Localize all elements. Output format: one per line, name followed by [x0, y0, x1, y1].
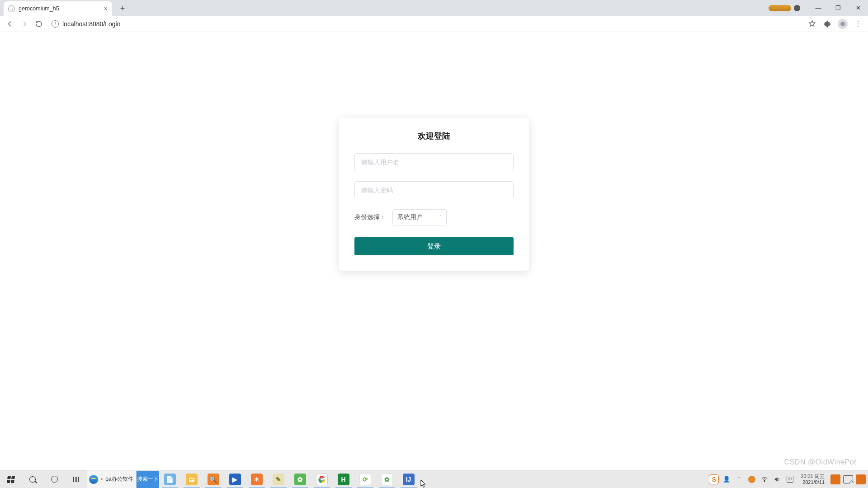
nav-back-button[interactable]	[4, 18, 16, 30]
ie-search-bar[interactable]: • oa办公软件	[87, 470, 137, 488]
tray-wifi-icon[interactable]	[759, 470, 770, 488]
url-text: localhost:8080/Login	[62, 20, 120, 28]
cortana-icon	[51, 476, 58, 483]
taskview-button[interactable]	[65, 470, 87, 488]
nav-forward-button[interactable]	[18, 18, 31, 30]
tray-ime-icon[interactable]: 中	[784, 470, 795, 488]
taskbar-app-everything[interactable]: 🔍	[203, 470, 224, 488]
nav-reload-button[interactable]	[33, 18, 45, 30]
role-select[interactable]: 系统用户 ˅	[392, 209, 447, 225]
clock-time: 20:31	[801, 474, 813, 479]
browser-window: gerocomium_h5 × + — ❐ ✕ i localhost:8080…	[0, 0, 868, 488]
tab-close-icon[interactable]: ×	[104, 5, 108, 12]
login-button[interactable]: 登录	[354, 237, 514, 255]
role-label: 身份选择：	[354, 213, 386, 221]
browser-tab[interactable]: gerocomium_h5 ×	[4, 1, 112, 16]
taskbar-app-wechat2[interactable]: ✿	[376, 470, 398, 488]
site-info-icon[interactable]: i	[52, 20, 59, 28]
taskbar-app-editor[interactable]: ✎	[268, 470, 289, 488]
taskbar-app-wechat1[interactable]: ✿	[289, 470, 311, 488]
search-icon	[29, 476, 36, 483]
tray-chevron-up-icon[interactable]: ˄	[734, 470, 745, 488]
taskbar-app-xshell[interactable]: ✶	[246, 470, 268, 488]
login-title: 欢迎登陆	[354, 131, 514, 141]
watermark-text: CSDN @OldWinePot	[784, 458, 856, 466]
cortana-button[interactable]	[43, 470, 65, 488]
taskbar-app-hbuilder[interactable]: H	[333, 470, 354, 488]
page-viewport: 欢迎登陆 身份选择： 系统用户 ˅ 登录 CSDN @OldWinePot	[0, 32, 868, 470]
tab-title: gerocomium_h5	[19, 5, 59, 12]
tray-orange-icon[interactable]	[746, 470, 757, 488]
tray-volume-icon[interactable]	[772, 470, 783, 488]
ie-logo-icon	[89, 475, 98, 484]
taskbar-tray: S 👤 ˄ 中 20:31 周三 2021/8/11	[708, 470, 868, 488]
svg-point-2	[321, 478, 323, 480]
ie-search-button[interactable]: 搜索一下	[137, 471, 159, 488]
bookmark-star-icon[interactable]	[806, 18, 818, 30]
window-maximize-button[interactable]: ❐	[828, 0, 848, 16]
role-row: 身份选择： 系统用户 ˅	[354, 209, 514, 225]
taskbar-app-chrome[interactable]	[311, 470, 333, 488]
address-bar: i localhost:8080/Login ⋮	[0, 16, 868, 32]
browser-menu-icon[interactable]: ⋮	[852, 18, 864, 30]
window-close-button[interactable]: ✕	[848, 0, 868, 16]
taskbar-clock[interactable]: 20:31 周三 2021/8/11	[797, 474, 828, 485]
window-minimize-button[interactable]: —	[808, 0, 828, 16]
taskbar-apps: 📄 🗂 🔍 ▶ ✶ ✎ ✿ H ⟳ ✿ IJ	[159, 470, 420, 488]
window-controls: — ❐ ✕	[769, 0, 868, 16]
role-select-value: 系统用户	[397, 213, 423, 221]
new-tab-button[interactable]: +	[117, 3, 128, 14]
taskbar-app-todesk[interactable]: ▶	[224, 470, 246, 488]
extensions-icon[interactable]	[821, 18, 834, 30]
taskbar-app-explorer[interactable]: 🗂	[181, 470, 203, 488]
favicon-icon	[8, 5, 15, 12]
clock-date: 2021/8/11	[801, 479, 825, 485]
password-input[interactable]	[354, 181, 514, 199]
login-card: 欢迎登陆 身份选择： 系统用户 ˅ 登录	[339, 118, 529, 271]
ie-search-text: oa办公软件	[105, 475, 133, 483]
tray-people-icon[interactable]: 👤	[721, 470, 732, 488]
tray-box2-icon[interactable]	[855, 470, 866, 488]
tab-strip: gerocomium_h5 × + — ❐ ✕	[0, 0, 868, 16]
tray-sogou-icon[interactable]: S	[708, 470, 719, 488]
username-input[interactable]	[354, 153, 514, 171]
taskbar-search-button[interactable]	[22, 470, 43, 488]
taskbar-app-notepad[interactable]: 📄	[159, 470, 181, 488]
taskview-icon	[73, 477, 79, 482]
extension-pill[interactable]	[769, 5, 791, 11]
chevron-down-icon: ˅	[439, 214, 442, 221]
ie-separator: •	[101, 476, 103, 483]
profile-avatar[interactable]	[836, 18, 849, 30]
url-box[interactable]: i localhost:8080/Login	[47, 18, 800, 30]
extension-dot-icon[interactable]	[794, 5, 800, 11]
tray-box1-icon[interactable]	[830, 470, 841, 488]
tray-notifications-icon[interactable]	[843, 470, 854, 488]
svg-point-3	[764, 481, 765, 482]
start-button[interactable]	[0, 470, 22, 488]
taskbar-app-spring[interactable]: ⟳	[354, 470, 376, 488]
clock-day: 周三	[815, 474, 825, 479]
windows-logo-icon	[7, 476, 15, 483]
taskbar-app-idea[interactable]: IJ	[398, 470, 420, 488]
taskbar: • oa办公软件 搜索一下 📄 🗂 🔍 ▶ ✶ ✎ ✿ H ⟳ ✿ IJ S 👤	[0, 470, 868, 488]
